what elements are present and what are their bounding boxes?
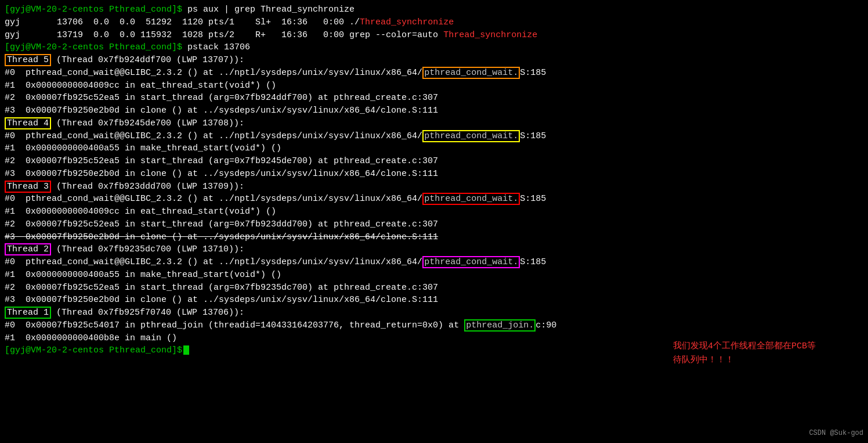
line-12: #1 0x0000000000400a55 in make_thread_sta… (5, 142, 863, 155)
line-22: #1 0x0000000000400a55 in make_thread_sta… (5, 269, 863, 282)
line-10-thread4: Thread 4 (Thread 0x7fb9245de700 (LWP 137… (5, 117, 863, 130)
line-1: [gyj@VM-20-2-centos Pthread_cond]$ ps au… (5, 3, 863, 16)
line-4: [gyj@VM-20-2-centos Pthread_cond]$ pstac… (5, 41, 863, 54)
line-19: #3 0x00007fb9250e2b0d in clone () at ../… (5, 231, 863, 244)
terminal-output: [gyj@VM-20-2-centos Pthread_cond]$ ps au… (5, 3, 863, 357)
line-16: #0 pthread_cond_wait@@GLIBC_2.3.2 () at … (5, 193, 863, 206)
line-20-thread2: Thread 2 (Thread 0x7fb9235dc700 (LWP 137… (5, 243, 863, 256)
line-18: #2 0x00007fb925c52ea5 in start_thread (a… (5, 218, 863, 231)
line-3: gyj 13719 0.0 0.0 115932 1028 pts/2 R+ 1… (5, 29, 863, 42)
cursor (183, 345, 189, 355)
line-11: #0 pthread_cond_wait@@GLIBC_2.3.2 () at … (5, 130, 863, 143)
line-7: #1 0x00000000004009cc in eat_thread_star… (5, 80, 863, 92)
line-14: #3 0x00007fb9250e2b0d in clone () at ../… (5, 168, 863, 181)
line-9: #3 0x00007fb9250e2b0d in clone () at ../… (5, 105, 863, 117)
line-5-thread5: Thread 5 (Thread 0x7fb924ddf700 (LWP 137… (5, 54, 863, 67)
line-24: #3 0x00007fb9250e2b0d in clone () at ../… (5, 294, 863, 307)
watermark: CSDN @Suk-god (809, 428, 863, 438)
line-13: #2 0x00007fb925c52ea5 in start_thread (a… (5, 155, 863, 168)
line-21: #0 pthread_cond_wait@@GLIBC_2.3.2 () at … (5, 256, 863, 269)
line-8: #2 0x00007fb925c52ea5 in start_thread (a… (5, 92, 863, 105)
annotation-text: 我们发现4个工作线程全部都在PCB等待队列中！！！ (673, 340, 816, 368)
line-17: #1 0x00000000004009cc in eat_thread_star… (5, 206, 863, 218)
line-25-thread1: Thread 1 (Thread 0x7fb925f70740 (LWP 137… (5, 307, 863, 319)
line-23: #2 0x00007fb925c52ea5 in start_thread (a… (5, 282, 863, 294)
line-6: #0 pthread_cond_wait@@GLIBC_2.3.2 () at … (5, 67, 863, 80)
line-15-thread3: Thread 3 (Thread 0x7fb923ddd700 (LWP 137… (5, 181, 863, 193)
line-26: #0 0x00007fb925c54017 in pthread_join (t… (5, 319, 863, 332)
line-2: gyj 13706 0.0 0.0 51292 1120 pts/1 Sl+ 1… (5, 16, 863, 29)
